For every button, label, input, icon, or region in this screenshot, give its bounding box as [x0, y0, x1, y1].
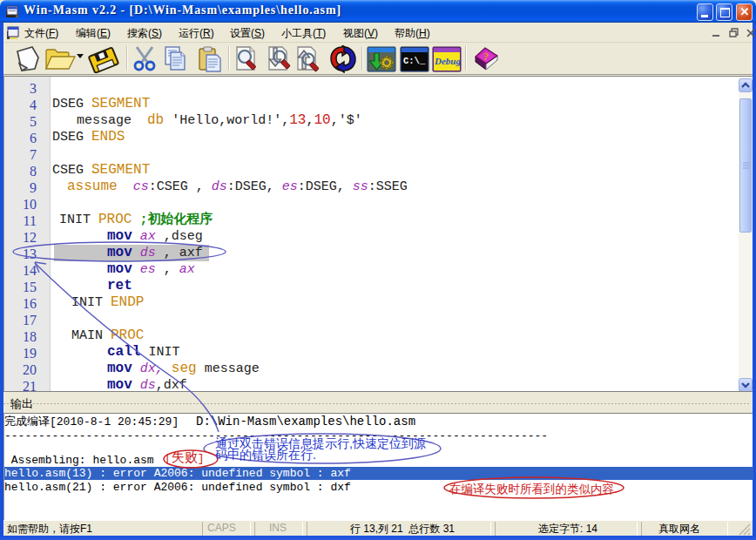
svg-text:Debug: Debug — [434, 56, 461, 66]
svg-text:C:\_: C:\_ — [403, 56, 426, 66]
